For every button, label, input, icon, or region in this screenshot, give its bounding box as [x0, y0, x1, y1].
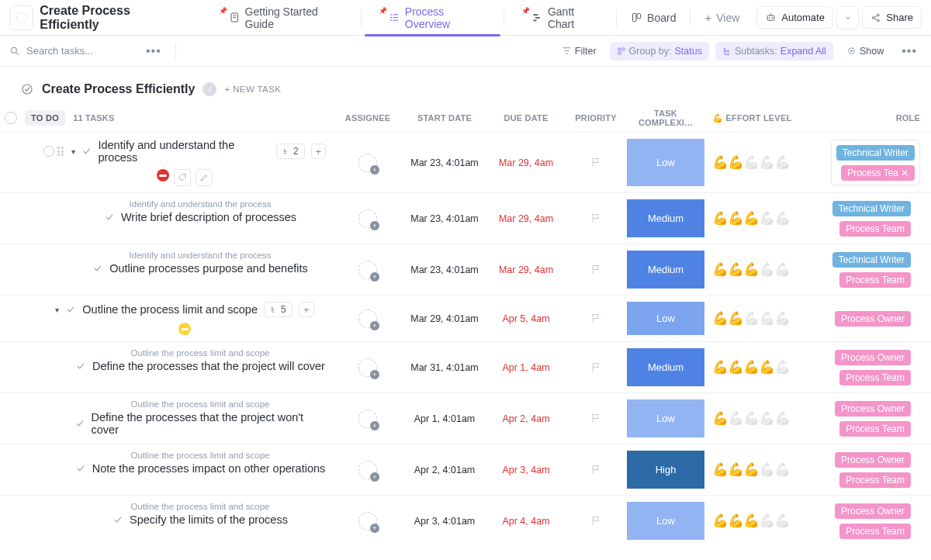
task-name[interactable]: Define the processes that the project wo…	[92, 411, 326, 436]
task-row[interactable]: Identify and understand the process Outl…	[0, 244, 931, 295]
task-name[interactable]: Define the processes that the project wi…	[92, 360, 325, 372]
tab-board[interactable]: Board	[620, 0, 687, 36]
select-row[interactable]	[43, 146, 54, 157]
priority-flag-icon[interactable]	[590, 264, 602, 275]
parent-breadcrumb[interactable]: Identify and understand the process	[130, 251, 272, 260]
role-tag[interactable]: Process Owner	[835, 350, 911, 365]
due-date[interactable]: Apr 1, 4am	[502, 362, 549, 373]
task-row[interactable]: Outline the process limit and scope Defi…	[0, 392, 931, 444]
complexity-cell[interactable]: Medium	[627, 199, 704, 237]
role-tag[interactable]: Technical Writer	[836, 145, 915, 161]
role-tag[interactable]: Technical Writer	[832, 201, 911, 216]
assignee-add[interactable]	[358, 410, 377, 428]
task-row[interactable]: Identify and understand the process Writ…	[0, 192, 931, 244]
priority-flag-icon[interactable]	[590, 157, 602, 168]
share-button[interactable]: Share	[862, 6, 922, 29]
task-name[interactable]: Write brief description of processes	[121, 211, 296, 223]
edit-button[interactable]	[196, 169, 213, 186]
checkmark-icon[interactable]	[65, 304, 76, 315]
assignee-add[interactable]	[358, 512, 377, 531]
col-role[interactable]: ROLE	[798, 113, 931, 123]
task-name[interactable]: Identify and understand the process	[98, 139, 270, 164]
task-name[interactable]: Specify the limits of the process	[130, 513, 288, 526]
start-date[interactable]: Mar 29, 4:01am	[410, 313, 479, 324]
tag-button[interactable]	[174, 169, 191, 186]
complexity-cell[interactable]: High	[627, 451, 704, 489]
priority-flag-icon[interactable]	[590, 213, 602, 224]
priority-flag-icon[interactable]	[590, 361, 602, 373]
checkmark-icon[interactable]	[112, 514, 123, 525]
new-task-button[interactable]: + NEW TASK	[224, 85, 281, 94]
col-due[interactable]: DUE DATE	[487, 113, 565, 123]
status-circle-icon[interactable]	[20, 82, 34, 96]
checkmark-icon[interactable]	[75, 361, 86, 372]
role-tag[interactable]: Process Team	[839, 472, 911, 488]
blocked-icon[interactable]	[157, 169, 169, 181]
role-tag[interactable]: Process Owner	[835, 311, 911, 327]
assignee-add[interactable]	[358, 154, 377, 172]
tab-process-overview[interactable]: 📌 Process Overview	[365, 0, 500, 36]
priority-flag-icon[interactable]	[590, 313, 602, 324]
role-tag[interactable]: Process Team	[839, 421, 911, 437]
assignee-add[interactable]	[358, 309, 377, 328]
select-all-toggle[interactable]	[5, 112, 17, 124]
task-row[interactable]: Outline the process limit and scope Defi…	[0, 341, 931, 392]
subtasks-button[interactable]: Subtasks: Expand All	[715, 42, 833, 60]
role-tag[interactable]: Process Team	[839, 370, 911, 385]
view-more-menu[interactable]: •••	[897, 44, 922, 58]
start-date[interactable]: Mar 23, 4:01am	[410, 213, 479, 224]
start-date[interactable]: Mar 31, 4:01am	[410, 362, 479, 373]
task-row[interactable]: Outline the process limit and scope Spec…	[0, 495, 931, 546]
due-date[interactable]: Apr 2, 4am	[502, 413, 549, 424]
assignee-add[interactable]	[358, 461, 377, 479]
role-tag[interactable]: Process Owner	[835, 401, 911, 417]
start-date[interactable]: Apr 2, 4:01am	[414, 465, 476, 475]
complexity-cell[interactable]: Low	[627, 399, 704, 437]
assignee-add[interactable]	[358, 261, 377, 279]
col-effort[interactable]: 💪 EFFORT LEVEL	[704, 113, 798, 123]
col-priority[interactable]: PRIORITY	[565, 113, 627, 123]
role-tag[interactable]: Process Team	[839, 272, 911, 288]
start-date[interactable]: Apr 3, 4:01am	[414, 516, 476, 527]
checkmark-icon[interactable]	[75, 463, 86, 474]
role-tag[interactable]: Process Tea✕	[841, 165, 915, 181]
parent-breadcrumb[interactable]: Outline the process limit and scope	[131, 502, 270, 511]
tab-add-view[interactable]: + View	[694, 0, 750, 36]
automate-dropdown[interactable]	[836, 6, 859, 29]
search-input[interactable]	[26, 45, 135, 57]
priority-flag-icon[interactable]	[590, 413, 602, 424]
assignee-add[interactable]	[358, 358, 377, 377]
col-assignee[interactable]: ASSIGNEE	[334, 113, 402, 123]
role-edit-box[interactable]: Technical WriterProcess Tea✕	[831, 140, 920, 185]
complexity-cell[interactable]: Low	[627, 139, 704, 186]
tag-remove-icon[interactable]: ✕	[901, 168, 909, 178]
role-tag[interactable]: Process Owner	[835, 452, 911, 468]
checkmark-icon[interactable]	[74, 418, 85, 429]
checkmark-icon[interactable]	[104, 212, 115, 223]
due-date[interactable]: Apr 3, 4am	[502, 465, 549, 475]
in-progress-icon[interactable]	[178, 323, 191, 335]
role-tag[interactable]: Process Owner	[835, 503, 911, 519]
checkmark-icon[interactable]	[92, 263, 103, 274]
due-date[interactable]: Mar 29, 4am	[499, 264, 553, 275]
group-by-button[interactable]: Group by: Status	[610, 42, 709, 60]
start-date[interactable]: Mar 23, 4:01am	[410, 264, 479, 275]
search-more-menu[interactable]: •••	[141, 44, 166, 58]
task-row[interactable]: ▾ Outline the process limit and scope 5 …	[0, 295, 931, 341]
role-tag[interactable]: Process Team	[839, 221, 911, 237]
automate-button[interactable]: Automate	[756, 6, 833, 29]
parent-breadcrumb[interactable]: Identify and understand the process	[130, 199, 272, 209]
priority-flag-icon[interactable]	[590, 464, 602, 475]
assignee-add[interactable]	[358, 209, 377, 228]
role-tag[interactable]: Process Team	[839, 524, 911, 539]
task-name[interactable]: Note the processes impact on other opera…	[92, 462, 326, 475]
task-row[interactable]: ▾ Identify and understand the process 2 …	[0, 132, 931, 192]
drag-handle-icon[interactable]	[57, 147, 65, 156]
complexity-cell[interactable]: Low	[627, 302, 704, 335]
info-icon[interactable]: i	[202, 82, 216, 96]
status-group-chip[interactable]: TO DO	[25, 110, 65, 126]
start-date[interactable]: Apr 1, 4:01am	[414, 413, 476, 424]
app-icon[interactable]	[9, 5, 33, 30]
show-button[interactable]: Show	[839, 42, 891, 60]
complexity-cell[interactable]: Low	[627, 502, 704, 540]
